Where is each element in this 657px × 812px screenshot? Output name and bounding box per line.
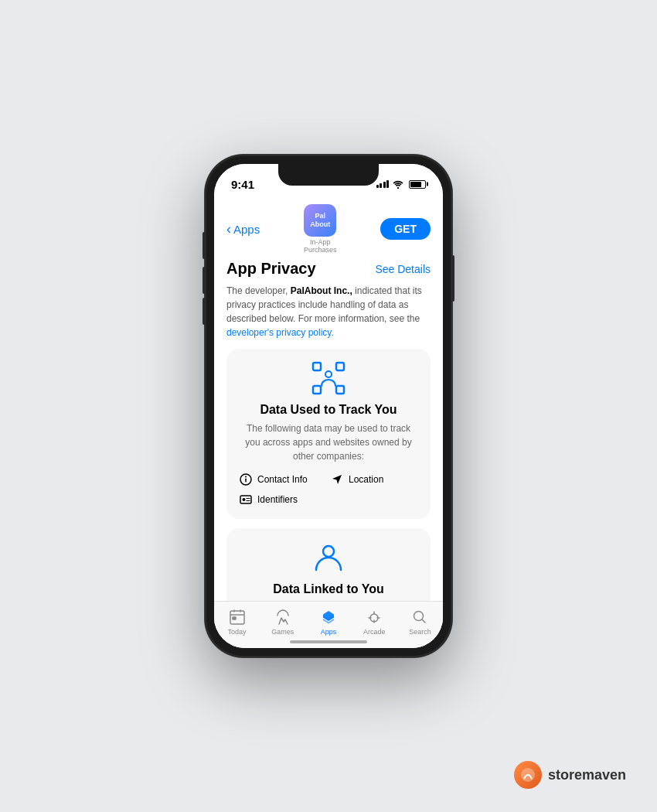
svg-rect-25 xyxy=(233,617,236,619)
main-content: App Privacy See Details The developer, P… xyxy=(214,260,443,601)
tab-games[interactable]: Games xyxy=(260,608,305,636)
svg-point-5 xyxy=(325,371,332,377)
search-icon xyxy=(410,608,429,626)
tab-today[interactable]: Today xyxy=(214,608,260,636)
svg-rect-2 xyxy=(336,363,344,370)
tab-arcade-label: Arcade xyxy=(363,628,386,636)
svg-point-13 xyxy=(323,546,334,557)
tab-search-label: Search xyxy=(409,628,431,636)
apps-icon xyxy=(319,608,338,626)
svg-point-0 xyxy=(397,187,399,189)
phone-screen: 9:41 xyxy=(214,164,443,648)
contact-info-label: Contact Info xyxy=(257,474,308,485)
page-title: App Privacy xyxy=(226,260,316,278)
svg-rect-4 xyxy=(336,386,344,394)
track-you-card: Data Used to Track You The following dat… xyxy=(226,349,431,519)
tab-arcade[interactable]: Arcade xyxy=(352,608,397,636)
svg-rect-1 xyxy=(313,363,321,370)
data-item-location: Location xyxy=(330,473,418,486)
app-icon-text: Pal About xyxy=(310,212,330,229)
get-button[interactable]: GET xyxy=(380,218,431,240)
card1-items: Contact Info Location xyxy=(239,473,418,507)
today-icon xyxy=(228,608,247,626)
svg-rect-3 xyxy=(313,386,321,394)
storemaven-branding: storemaven xyxy=(514,761,626,789)
notch xyxy=(278,164,379,186)
svg-rect-9 xyxy=(240,496,251,503)
card1-desc: The following data may be used to track … xyxy=(239,421,418,463)
tab-search[interactable]: Search xyxy=(397,608,443,636)
storemaven-label: storemaven xyxy=(548,767,626,783)
screen-content: ‹ Apps Pal About In-App Purchases GET Ap… xyxy=(214,198,443,648)
location-label: Location xyxy=(349,474,383,485)
svg-rect-7 xyxy=(245,479,247,483)
data-item-contact-info: Contact Info xyxy=(239,473,327,486)
storemaven-logo-icon xyxy=(514,761,542,789)
chevron-left-icon: ‹ xyxy=(226,221,231,237)
see-details-link[interactable]: See Details xyxy=(375,263,431,275)
card1-title: Data Used to Track You xyxy=(239,403,418,417)
status-time: 9:41 xyxy=(231,178,254,191)
svg-point-10 xyxy=(243,498,246,501)
card2-icon-area xyxy=(239,541,418,575)
tracking-icon xyxy=(311,361,346,395)
card1-icon-area xyxy=(239,361,418,395)
arcade-icon xyxy=(365,608,383,626)
nav-back-label: Apps xyxy=(233,223,260,236)
nav-back-button[interactable]: ‹ Apps xyxy=(226,221,260,237)
data-item-identifiers: Identifiers xyxy=(239,493,327,507)
info-circle-icon xyxy=(239,473,253,486)
wifi-icon xyxy=(393,180,403,189)
identifiers-label: Identifiers xyxy=(257,494,298,505)
phone-device: 9:41 xyxy=(205,155,452,657)
games-icon xyxy=(274,608,292,626)
home-indicator xyxy=(290,640,367,643)
app-subtitle: In-App Purchases xyxy=(304,238,337,254)
linked-to-you-card: Data Linked to You The following data ma… xyxy=(226,528,431,601)
svg-point-8 xyxy=(245,476,247,478)
signal-icon xyxy=(376,180,390,188)
battery-icon xyxy=(409,180,426,189)
tab-games-label: Games xyxy=(271,628,294,636)
tab-apps[interactable]: Apps xyxy=(305,608,351,636)
card2-title: Data Linked to You xyxy=(239,582,418,596)
section-title-row: App Privacy See Details xyxy=(226,260,431,278)
linked-person-icon xyxy=(311,541,346,575)
location-arrow-icon xyxy=(330,473,344,486)
tab-apps-label: Apps xyxy=(321,628,337,636)
status-icons xyxy=(376,180,427,189)
app-icon: Pal About xyxy=(304,204,336,237)
id-card-icon xyxy=(239,493,253,507)
nav-header: ‹ Apps Pal About In-App Purchases GET xyxy=(214,198,443,260)
privacy-description: The developer, PalAbout Inc., indicated … xyxy=(226,284,431,339)
tab-today-label: Today xyxy=(228,628,247,636)
app-info-header: Pal About In-App Purchases xyxy=(304,204,337,254)
privacy-policy-link[interactable]: developer's privacy policy. xyxy=(226,327,334,338)
